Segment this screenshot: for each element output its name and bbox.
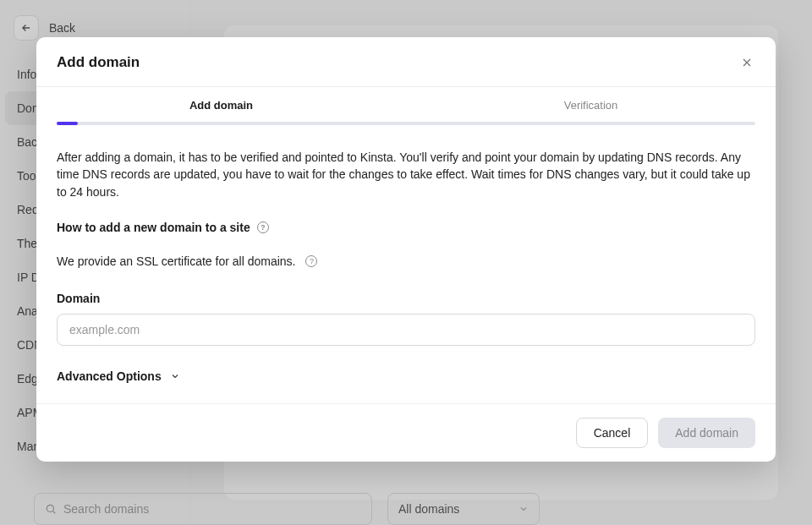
step-verification: Verification <box>406 99 776 122</box>
cancel-button[interactable]: Cancel <box>576 418 649 448</box>
modal-body: Add domainVerification After adding a do… <box>36 87 776 403</box>
ssl-note-row: We provide an SSL certificate for all do… <box>57 254 755 268</box>
add-domain-modal: Add domain Add domainVerification After … <box>36 37 776 462</box>
help-link[interactable]: How to add a new domain to a site ? <box>57 221 755 234</box>
help-link-text: How to add a new domain to a site <box>57 221 250 234</box>
modal-footer: Cancel Add domain <box>36 403 776 462</box>
modal-title: Add domain <box>57 54 140 71</box>
steps-row: Add domainVerification <box>36 87 776 122</box>
advanced-options-label: Advanced Options <box>57 369 162 383</box>
chevron-down-icon <box>170 371 180 381</box>
modal-content: After adding a domain, it has to be veri… <box>36 125 776 403</box>
close-icon <box>740 56 754 69</box>
domain-field-label: Domain <box>57 292 755 305</box>
help-info-icon: ? <box>257 221 269 233</box>
modal-overlay: Add domain Add domainVerification After … <box>0 0 812 525</box>
step-add-domain: Add domain <box>36 99 406 122</box>
close-button[interactable] <box>738 54 755 71</box>
progress-fill <box>57 122 78 125</box>
description-text: After adding a domain, it has to be veri… <box>57 149 755 200</box>
domain-input[interactable] <box>57 314 755 346</box>
progress-track <box>57 122 755 125</box>
ssl-note-text: We provide an SSL certificate for all do… <box>57 254 295 268</box>
add-domain-button[interactable]: Add domain <box>658 418 755 448</box>
ssl-info-icon[interactable]: ? <box>305 255 317 267</box>
advanced-options-toggle[interactable]: Advanced Options <box>57 346 755 403</box>
modal-header: Add domain <box>36 37 776 87</box>
